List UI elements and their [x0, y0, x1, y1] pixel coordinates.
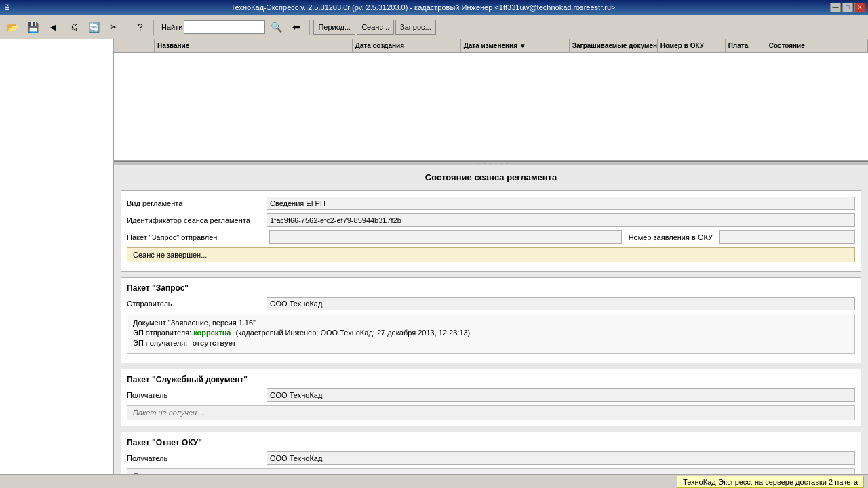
ident-input[interactable]	[267, 214, 855, 227]
poluchatel2-input[interactable]	[267, 451, 855, 465]
packet-input[interactable]	[269, 230, 622, 244]
status-bar: ТехноКад-Экспресс: на сервере доставки 2…	[0, 474, 868, 488]
detail-panel: Состояние сеанса регламента Вид регламен…	[114, 165, 868, 474]
ep-poluch-value: отсутствует	[192, 339, 236, 347]
period-button[interactable]: Период...	[313, 20, 355, 35]
doc-title: Документ "Заявление, версия 1.16"	[133, 319, 256, 327]
otpravitel-input[interactable]	[267, 297, 855, 310]
otpravitel-label: Отправитель	[127, 300, 262, 308]
service-title: Пакет "Служебный документ"	[127, 375, 855, 384]
ep-otpr-label: ЭП отправителя:	[133, 329, 191, 337]
detail-title: Состояние сеанса регламента	[121, 172, 861, 182]
ocu-title: Пакет "Ответ ОКУ"	[127, 438, 855, 447]
poluchatel1-row: Получатель	[127, 388, 855, 402]
close-button[interactable]: ✕	[854, 3, 865, 12]
poluchatel2-row: Получатель	[127, 451, 855, 465]
not-received1: Пакет не получен ...	[127, 405, 855, 420]
section-zapros: Пакет "Запрос" Отправитель Документ "Зая…	[121, 277, 861, 363]
th-created[interactable]: Дата создания	[353, 39, 461, 52]
sidebar	[0, 39, 114, 474]
open-button[interactable]: 📂	[3, 18, 22, 37]
help-button[interactable]: ?	[131, 18, 150, 37]
otpravitel-row: Отправитель	[127, 297, 855, 310]
separator2	[153, 20, 154, 35]
th-checkbox	[114, 39, 155, 52]
seance-button[interactable]: Сеанс...	[357, 20, 394, 35]
print-button[interactable]: 🖨	[64, 18, 83, 37]
zapros-button[interactable]: Запрос...	[395, 20, 436, 35]
ident-label: Идентификатор сеанса регламента	[127, 216, 262, 224]
nomer-input[interactable]	[719, 230, 855, 244]
section-ocu: Пакет "Ответ ОКУ" Получатель Пакет не по…	[121, 432, 861, 474]
section-service: Пакет "Служебный документ" Получатель Па…	[121, 369, 861, 426]
th-num[interactable]: Номер в ОКУ	[658, 39, 726, 52]
nomer-label: Номер заявления в ОКУ	[629, 233, 713, 241]
ident-row: Идентификатор сеанса регламента	[127, 214, 855, 227]
table-header: Название Дата создания Дата изменения ▼ …	[114, 39, 868, 53]
window-controls[interactable]: — □ ✕	[830, 3, 865, 12]
search-prev-button[interactable]: ⬅	[287, 18, 306, 37]
vid-input[interactable]	[267, 197, 855, 210]
save-button[interactable]: 💾	[23, 18, 42, 37]
seance-status: Сеанс не завершен...	[127, 247, 855, 262]
not-received2: Пакет не получен ...	[127, 468, 855, 474]
content-area: Название Дата создания Дата изменения ▼ …	[114, 39, 868, 474]
packet-label: Пакет "Запрос" отправлен	[127, 233, 262, 241]
th-modified[interactable]: Дата изменения ▼	[461, 39, 570, 52]
ep-otpr-row: ЭП отправителя: корректна (кадастровый И…	[133, 329, 849, 337]
table-area: Название Дата создания Дата изменения ▼ …	[114, 39, 868, 161]
search-label: Найти	[161, 23, 182, 31]
ep-otpr-value: корректна	[193, 329, 231, 337]
vid-row: Вид регламента	[127, 197, 855, 210]
title-bar: 🖥 ТехноКад-Экспресс v. 2.5.31203.0r (pv.…	[0, 0, 868, 15]
poluchatel1-input[interactable]	[267, 388, 855, 402]
th-docs[interactable]: Заграшиваемые документы	[570, 39, 658, 52]
poluchatel2-label: Получатель	[127, 454, 262, 462]
refresh-button[interactable]: 🔄	[84, 18, 103, 37]
back-button[interactable]: ◄	[43, 18, 62, 37]
poluchatel1-label: Получатель	[127, 391, 262, 399]
th-fee[interactable]: Плата	[726, 39, 766, 52]
doc-box: Документ "Заявление, версия 1.16" ЭП отп…	[127, 314, 855, 354]
ep-poluch-row: ЭП получателя: отсутствует	[133, 339, 849, 347]
th-status[interactable]: Состояние	[766, 39, 868, 52]
th-name[interactable]: Название	[155, 39, 353, 52]
window-title: ТехноКад-Экспресс v. 2.5.31203.0r (pv. 2…	[16, 3, 830, 12]
search-input[interactable]	[184, 20, 265, 34]
table-body	[114, 53, 868, 160]
zapros-title: Пакет "Запрос"	[127, 283, 855, 293]
ep-poluch-label: ЭП получателя:	[133, 339, 187, 347]
maximize-button[interactable]: □	[842, 3, 853, 12]
minimize-button[interactable]: —	[830, 3, 841, 12]
ep-otpr-detail: (кадастровый Инженер; ООО ТехноКад; 27 д…	[235, 329, 470, 337]
delete-button[interactable]: ✂	[104, 18, 123, 37]
doc-title-row: Документ "Заявление, версия 1.16"	[133, 319, 849, 327]
vid-label: Вид регламента	[127, 199, 262, 207]
separator3	[309, 20, 310, 35]
main-layout: Название Дата создания Дата изменения ▼ …	[0, 39, 868, 474]
search-go-button[interactable]: 🔍	[267, 18, 285, 37]
section-main-info: Вид регламента Идентификатор сеанса регл…	[121, 190, 861, 272]
packet-row: Пакет "Запрос" отправлен Номер заявления…	[127, 230, 855, 244]
status-notification: ТехноКад-Экспресс: на сервере доставки 2…	[677, 476, 864, 488]
toolbar: 📂 💾 ◄ 🖨 🔄 ✂ ? Найти 🔍 ⬅ Период... Сеанс.…	[0, 15, 868, 39]
separator1	[127, 20, 127, 35]
